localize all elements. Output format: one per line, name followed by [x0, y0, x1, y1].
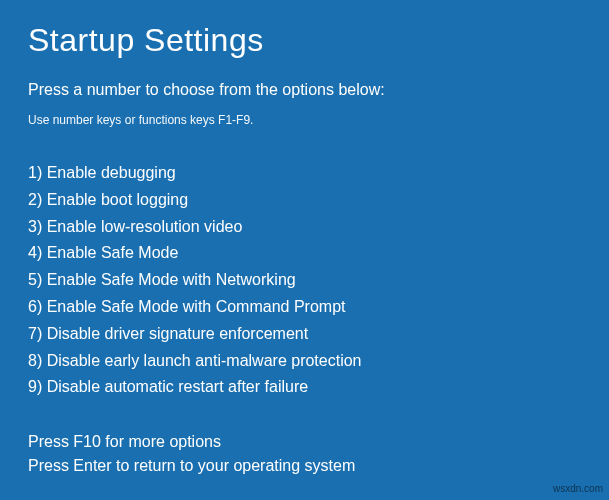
option-9[interactable]: 9) Disable automatic restart after failu…: [28, 375, 581, 400]
footer-instructions: Press F10 for more options Press Enter t…: [28, 430, 355, 478]
more-options-line: Press F10 for more options: [28, 430, 355, 454]
option-1[interactable]: 1) Enable debugging: [28, 161, 581, 186]
option-5[interactable]: 5) Enable Safe Mode with Networking: [28, 268, 581, 293]
option-7[interactable]: 7) Disable driver signature enforcement: [28, 322, 581, 347]
watermark: wsxdn.com: [553, 483, 603, 494]
key-hint: Use number keys or functions keys F1-F9.: [28, 113, 581, 127]
option-8[interactable]: 8) Disable early launch anti-malware pro…: [28, 349, 581, 374]
instruction-subtitle: Press a number to choose from the option…: [28, 81, 581, 99]
option-3[interactable]: 3) Enable low-resolution video: [28, 215, 581, 240]
startup-settings-screen: Startup Settings Press a number to choos…: [0, 0, 609, 500]
option-6[interactable]: 6) Enable Safe Mode with Command Prompt: [28, 295, 581, 320]
option-4[interactable]: 4) Enable Safe Mode: [28, 241, 581, 266]
option-2[interactable]: 2) Enable boot logging: [28, 188, 581, 213]
return-line: Press Enter to return to your operating …: [28, 454, 355, 478]
options-list: 1) Enable debugging 2) Enable boot loggi…: [28, 161, 581, 400]
page-title: Startup Settings: [28, 22, 581, 59]
